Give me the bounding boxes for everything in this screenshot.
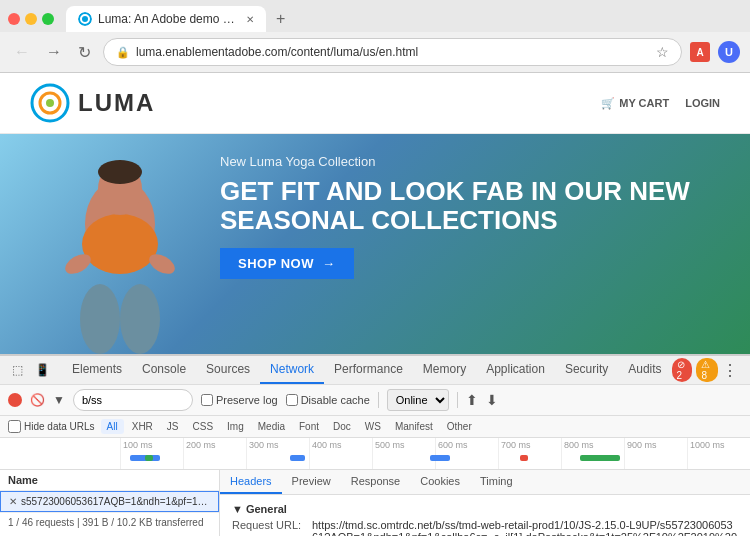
devtools-tabs: ⬚ 📱 Elements Console Sources Network Per… [0,356,750,385]
mark-600: 600 ms [435,438,498,469]
filter-manifest[interactable]: Manifest [389,419,439,434]
svg-point-6 [82,214,158,274]
mark-100: 100 ms [120,438,183,469]
shop-now-button[interactable]: SHOP NOW → [220,248,354,279]
filter-other[interactable]: Other [441,419,478,434]
tab-title: Luma: An Adobe demo brand [98,12,240,26]
tab-performance[interactable]: Performance [324,356,413,384]
tab-sources[interactable]: Sources [196,356,260,384]
hide-data-urls-checkbox[interactable]: Hide data URLs [8,420,95,433]
user-avatar[interactable]: U [718,41,740,63]
general-section-header[interactable]: ▼ General [232,503,738,515]
error-badge: ⊘ 2 [672,358,693,382]
filter-all[interactable]: All [101,419,124,434]
detail-content: ▼ General Request URL: https://tmd.sc.om… [220,495,750,536]
requests-header: Name [0,470,219,491]
detail-tab-preview[interactable]: Preview [282,470,341,494]
record-button[interactable] [8,393,22,407]
request-url-label: Request URL: [232,519,312,531]
tab-close-button[interactable]: ✕ [246,14,254,25]
detail-tab-response[interactable]: Response [341,470,411,494]
request-close-icon[interactable]: ✕ [9,496,17,507]
svg-point-11 [80,284,120,354]
close-traffic-light[interactable] [8,13,20,25]
timeline-bar-6 [580,455,620,461]
tab-security[interactable]: Security [555,356,618,384]
back-button[interactable]: ← [10,41,34,63]
import-button[interactable]: ⬆ [466,392,478,408]
filter-js[interactable]: JS [161,419,185,434]
mark-200: 200 ms [183,438,246,469]
logo-svg [30,83,70,123]
timeline-area[interactable]: 100 ms 200 ms 300 ms 400 ms 500 ms 600 m… [0,438,750,470]
my-cart-link[interactable]: 🛒 MY CART [601,97,669,110]
login-button[interactable]: LOGIN [685,97,720,109]
selected-request-row[interactable]: ✕ s55723006053617AQB=1&ndh=1&pf=1&call..… [0,491,219,512]
network-toolbar: 🚫 ▼ Preserve log Disable cache Online ⬆ … [0,385,750,416]
hero-text-area: New Luma Yoga Collection GET FIT AND LOO… [220,154,730,279]
site-header: LUMA 🛒 MY CART LOGIN [0,73,750,134]
devtools-menu-button[interactable]: ⋮ [718,357,742,384]
minimize-traffic-light[interactable] [25,13,37,25]
svg-point-4 [46,99,54,107]
traffic-lights [8,13,54,25]
lock-icon: 🔒 [116,46,130,59]
toolbar-separator [378,392,379,408]
devtools-inspect-button[interactable]: ⬚ [8,359,27,381]
mark-500: 500 ms [372,438,435,469]
filter-doc[interactable]: Doc [327,419,357,434]
timeline-ruler: 100 ms 200 ms 300 ms 400 ms 500 ms 600 m… [120,438,750,469]
filter-type-tabs: Hide data URLs All XHR JS CSS Img Media … [0,416,750,438]
tab-audits[interactable]: Audits [618,356,671,384]
preserve-log-checkbox[interactable]: Preserve log [201,394,278,406]
export-button[interactable]: ⬇ [486,392,498,408]
filter-img[interactable]: Img [221,419,250,434]
mark-300: 300 ms [246,438,309,469]
detail-tabs: Headers Preview Response Cookies Timing [220,470,750,495]
timeline-bar-5 [520,455,528,461]
tab-favicon [78,12,92,26]
requests-panel: Name ✕ s55723006053617AQB=1&ndh=1&pf=1&c… [0,470,220,536]
refresh-button[interactable]: ↻ [74,41,95,64]
filter-media[interactable]: Media [252,419,291,434]
detail-tab-headers[interactable]: Headers [220,470,282,494]
request-name-text: s55723006053617AQB=1&ndh=1&pf=1&call... [21,496,210,507]
detail-tab-timing[interactable]: Timing [470,470,523,494]
timeline-bar-3 [290,455,305,461]
url-bar[interactable]: 🔒 luma.enablementadobe.com/content/luma/… [103,38,682,66]
clear-button[interactable]: 🚫 [30,393,45,407]
active-tab[interactable]: Luma: An Adobe demo brand ✕ [66,6,266,32]
new-tab-button[interactable]: + [270,8,291,30]
extension-icon[interactable]: A [690,42,710,62]
url-text: luma.enablementadobe.com/content/luma/us… [136,45,650,59]
browser-chrome: Luma: An Adobe demo brand ✕ + ← → ↻ 🔒 lu… [0,0,750,73]
bookmark-icon[interactable]: ☆ [656,44,669,60]
mark-1000: 1000 ms [687,438,750,469]
filter-ws[interactable]: WS [359,419,387,434]
filter-icon[interactable]: ▼ [53,393,65,407]
logo[interactable]: LUMA [30,83,155,123]
mark-900: 900 ms [624,438,687,469]
disable-cache-checkbox[interactable]: Disable cache [286,394,370,406]
maximize-traffic-light[interactable] [42,13,54,25]
filter-font[interactable]: Font [293,419,325,434]
timeline-bar-4 [430,455,450,461]
tab-elements[interactable]: Elements [62,356,132,384]
filter-xhr[interactable]: XHR [126,419,159,434]
devtools-panel: ⬚ 📱 Elements Console Sources Network Per… [0,354,750,536]
address-bar: ← → ↻ 🔒 luma.enablementadobe.com/content… [0,32,750,72]
tab-application[interactable]: Application [476,356,555,384]
filter-input[interactable] [73,389,193,411]
devtools-device-button[interactable]: 📱 [31,359,54,381]
hero-banner: New Luma Yoga Collection GET FIT AND LOO… [0,134,750,354]
filter-css[interactable]: CSS [187,419,220,434]
request-url-value: https://tmd.sc.omtrdc.net/b/ss/tmd-web-r… [312,519,738,536]
forward-button[interactable]: → [42,41,66,63]
svg-point-12 [120,284,160,354]
tab-console[interactable]: Console [132,356,196,384]
tab-network[interactable]: Network [260,356,324,384]
detail-tab-cookies[interactable]: Cookies [410,470,470,494]
throttle-select[interactable]: Online [387,389,449,411]
tab-memory[interactable]: Memory [413,356,476,384]
request-url-row: Request URL: https://tmd.sc.omtrdc.net/b… [232,519,738,536]
